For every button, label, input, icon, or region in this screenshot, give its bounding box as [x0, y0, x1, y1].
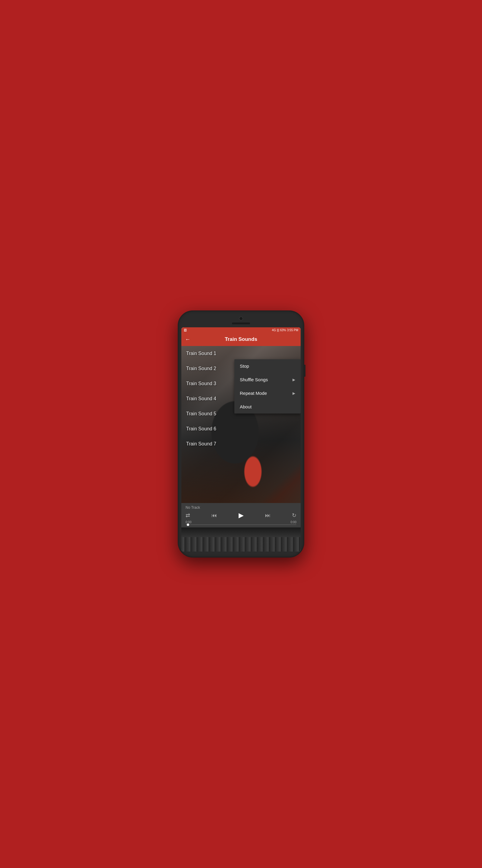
speaker: [232, 322, 250, 324]
song-item-7[interactable]: Train Sound 7: [181, 436, 301, 452]
stop-label: Stop: [240, 364, 249, 369]
next-button[interactable]: ⏭: [265, 513, 270, 519]
time-elapsed: 0:00: [186, 521, 191, 524]
menu-item-shuffle[interactable]: Shuffle Songs ▶: [234, 373, 301, 386]
song-item-6[interactable]: Train Sound 6: [181, 421, 301, 436]
signal-icon: |||: [277, 329, 279, 332]
shuffle-label: Shuffle Songs: [240, 377, 268, 382]
time-display: 3:55 PM: [287, 329, 298, 332]
app-bar: ← Train Sounds: [181, 333, 301, 346]
prev-button[interactable]: ⏮: [212, 513, 217, 519]
player-times: 0:00 0:00: [186, 521, 296, 524]
about-label: About: [240, 404, 252, 409]
player-bar: No Track ⇄ ⏮ ▶ ⏭ ↻ 0:00 0:00: [181, 503, 301, 527]
phone-screen: 🖼 4G ||| 63% 3:55 PM ← Train Sounds Trai…: [181, 327, 301, 552]
battery-text: 63%: [280, 329, 286, 332]
chevron-right-icon-2: ▶: [292, 391, 295, 396]
menu-item-about[interactable]: About: [234, 400, 301, 413]
repeat-button[interactable]: ↻: [292, 512, 296, 519]
shuffle-button[interactable]: ⇄: [186, 512, 190, 519]
player-controls: ⇄ ⏮ ▶ ⏭ ↻: [186, 512, 296, 519]
phone-frame: 🖼 4G ||| 63% 3:55 PM ← Train Sounds Trai…: [178, 310, 304, 558]
bottom-image: [181, 527, 301, 552]
back-button[interactable]: ←: [185, 336, 190, 343]
photo-icon: 🖼: [184, 329, 187, 332]
repeat-label: Repeat Mode: [240, 391, 267, 396]
main-content: Train Sound 1 Train Sound 2 Train Sound …: [181, 346, 301, 503]
4g-icon: 4G: [272, 329, 276, 332]
progress-bar[interactable]: [186, 524, 296, 525]
power-button: [304, 365, 306, 377]
status-left: 🖼: [184, 329, 187, 332]
status-right: 4G ||| 63% 3:55 PM: [272, 329, 298, 332]
dropdown-menu: Stop Shuffle Songs ▶ Repeat Mode ▶ About: [234, 359, 301, 413]
menu-item-repeat[interactable]: Repeat Mode ▶: [234, 386, 301, 400]
song-item-1[interactable]: Train Sound 1: [181, 346, 301, 361]
chevron-right-icon: ▶: [292, 378, 295, 382]
menu-item-stop[interactable]: Stop: [234, 359, 301, 373]
track-name: No Track: [186, 505, 296, 510]
camera: [239, 316, 243, 321]
progress-dot: [187, 524, 189, 526]
play-button[interactable]: ▶: [238, 512, 244, 519]
time-total: 0:00: [291, 521, 296, 524]
status-bar: 🖼 4G ||| 63% 3:55 PM: [181, 327, 301, 333]
app-title: Train Sounds: [194, 336, 288, 342]
